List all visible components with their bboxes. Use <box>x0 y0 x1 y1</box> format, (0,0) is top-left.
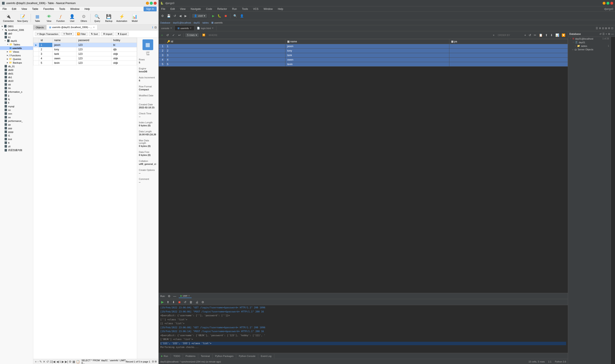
result-pa[interactable] <box>449 44 568 49</box>
sign-in-button[interactable]: Sign In <box>144 7 157 11</box>
toolbar-commit-icon[interactable]: ✓ <box>172 33 176 37</box>
sidebar-item-localhost[interactable]: ▼ 🔌 localhost_3306 <box>0 28 33 32</box>
bottom-tab-python-console[interactable]: Python Console <box>236 354 258 358</box>
cell-name[interactable]: jason <box>52 43 76 47</box>
pycharm-menu-vcs[interactable]: VCS <box>252 7 259 11</box>
nav-edit-button[interactable]: ✎ <box>40 360 42 363</box>
others-button[interactable]: ⚙ Others <box>79 13 89 23</box>
nav-next-button[interactable]: ▶ <box>62 360 64 363</box>
pycharm-menu-edit[interactable]: Edit <box>170 7 176 11</box>
sidebar-item-db1[interactable]: 🗄️ db1 <box>0 75 33 79</box>
col-name[interactable]: name <box>52 38 76 43</box>
nav-grid-button[interactable]: ▦ <box>72 360 75 363</box>
results-col-pa[interactable]: ▦ pa <box>449 39 568 44</box>
tab-action-icon-1[interactable]: ☰ <box>596 27 598 30</box>
col-id[interactable]: id <box>39 38 53 43</box>
run-ctrl-minimize[interactable]: — <box>172 294 177 298</box>
pycharm-tab-console[interactable]: console ✕ <box>159 26 175 30</box>
sidebar-item-db00[interactable]: 🗄️ db00 <box>0 68 33 72</box>
result-id[interactable]: 1 <box>165 44 285 49</box>
sidebar-item-functions[interactable]: ▶ 𝑓 Functions <box>0 53 33 57</box>
filter-button[interactable]: 🔽 Filter <box>75 32 88 36</box>
cell-id[interactable]: 3 <box>39 52 53 56</box>
cell-password[interactable]: 123 <box>77 43 111 47</box>
debug-icon[interactable]: 🐛 <box>217 14 222 18</box>
table-row[interactable]: 5 tevin 123 objk <box>33 61 137 65</box>
sidebar-item-db01[interactable]: ▶ 🗄️ DB01 <box>0 25 33 28</box>
db-sidebar-tables[interactable]: ▶ 📁 tables 1 <box>568 44 611 48</box>
sort-button[interactable]: ⇅ Sort <box>89 32 100 36</box>
login-tab-close[interactable]: ✕ <box>212 27 214 29</box>
tab-action-icon-2[interactable]: ⬇ <box>599 27 601 30</box>
function-button[interactable]: 𝑓 Function <box>55 13 66 23</box>
run-clear-icon[interactable]: 🗑 <box>188 300 193 304</box>
menu-view[interactable]: View <box>21 7 28 11</box>
nav-form-button[interactable]: 📋 <box>76 360 80 363</box>
db-sidebar-server-objects[interactable]: ▶ 🗂 Server Objects <box>568 48 611 51</box>
sidebar-item-ll[interactable]: 🗄️ ll <box>0 101 33 104</box>
db-sidebar-day01-localhost[interactable]: ▼ ⊞ day01@localhost 1 of 26 <box>568 37 611 40</box>
pycharm-tab-login[interactable]: 📄 login.html ✕ <box>194 26 216 30</box>
text-button[interactable]: T Text ▾ <box>62 32 74 36</box>
close-button[interactable] <box>154 2 157 5</box>
rows-dropdown[interactable]: 5 rows ▾ <box>185 33 199 37</box>
pycharm-maximize-button[interactable] <box>606 2 609 5</box>
cell-hobby[interactable]: objk <box>111 61 137 65</box>
user-button[interactable]: 👤 User <box>67 13 78 23</box>
model-button[interactable]: 📊 Model <box>129 13 140 23</box>
cell-id[interactable]: 1 <box>39 43 53 47</box>
pycharm-menu-navigate[interactable]: Navigate <box>190 7 202 11</box>
tab-action-icon-6[interactable]: ⊡ <box>611 27 613 30</box>
tab-action-icon-4[interactable]: ⊞ <box>605 27 607 30</box>
filter-icon-results[interactable]: 🔽 <box>561 33 566 37</box>
menu-help[interactable]: Help <box>84 7 91 11</box>
bottom-tab-run[interactable]: ▶ Run <box>159 354 171 358</box>
sidebar-item-dd[interactable]: 🗄️ dd <box>0 83 33 86</box>
sidebar-item-day01[interactable]: ▼ 🗄️ day01 <box>0 39 33 43</box>
nav-first-button[interactable]: |◀ <box>52 360 55 363</box>
result-name[interactable]: tank <box>285 53 449 58</box>
query-icon-4[interactable]: 📋 <box>538 33 543 37</box>
table-row[interactable]: ▶ 1 jason 123 bi <box>33 43 137 47</box>
sidebar-item-queries[interactable]: ▶ 📁 Queries <box>0 57 33 61</box>
bottom-tab-python-packages[interactable]: Python Packages <box>213 354 236 358</box>
run-scroll-down-icon[interactable]: ⬇ <box>172 300 176 304</box>
userinfo-tab-close[interactable]: ✕ <box>190 27 192 29</box>
cell-id[interactable]: 2 <box>39 47 53 52</box>
nav-square-button[interactable]: ⊡ <box>50 360 52 363</box>
result-name[interactable]: owen <box>285 58 449 62</box>
cell-hobby[interactable]: objk <box>111 52 137 56</box>
menu-window[interactable]: Window <box>69 7 80 11</box>
cell-password[interactable]: 123 <box>77 52 111 56</box>
user-dropdown[interactable]: 👤 user ▾ <box>192 14 207 18</box>
breadcrumb-tables[interactable]: tables <box>202 21 209 24</box>
pycharm-tab-userinfo[interactable]: ▦ userinfo ✕ <box>175 26 194 30</box>
tab-objects[interactable]: Objects <box>33 25 46 29</box>
cell-password[interactable]: 123 <box>77 47 111 52</box>
query-icon-5[interactable]: ⬆ <box>544 33 548 37</box>
table-button[interactable]: ▦ Table <box>32 13 43 23</box>
nav-delete-button[interactable]: - <box>38 360 39 363</box>
begin-transaction-button[interactable]: ↩ Begin Transaction <box>35 32 60 36</box>
pycharm-save-icon[interactable]: 💾 <box>166 14 172 18</box>
menu-file[interactable]: File <box>2 7 8 11</box>
nav-last-button[interactable]: ▶| <box>65 360 68 363</box>
run-settings-icon[interactable]: ⚙ <box>201 300 205 304</box>
console-tab-close[interactable]: ✕ <box>170 27 172 29</box>
sidebar-item-pp[interactable]: 🗄️ pp <box>0 123 33 126</box>
table-row[interactable]: 5 5 tevin <box>159 62 568 66</box>
sidebar-item-pppp[interactable]: 🗄️ pppp <box>0 130 33 134</box>
nav-discard-button[interactable]: ✕ <box>43 360 45 363</box>
cell-name[interactable]: owen <box>52 56 76 61</box>
result-id[interactable]: 5 <box>165 62 285 66</box>
expand-icon[interactable]: ⊡ <box>155 26 157 29</box>
run-play-button[interactable]: ▶ <box>160 299 165 304</box>
order-by-input[interactable] <box>496 33 522 37</box>
tab-userinfo[interactable]: ▦ userinfo @day01 (localhost_3306) - ...… <box>46 25 97 30</box>
table-row[interactable]: 4 4 owen <box>159 58 568 62</box>
result-pa[interactable] <box>449 53 568 58</box>
menu-edit[interactable]: Edit <box>11 7 17 11</box>
table-row[interactable]: 1 1 jason <box>159 44 568 49</box>
sidebar-item-backups[interactable]: ▶ 📁 Backups <box>0 61 33 65</box>
nav-prev-button[interactable]: ◀ <box>56 360 59 363</box>
